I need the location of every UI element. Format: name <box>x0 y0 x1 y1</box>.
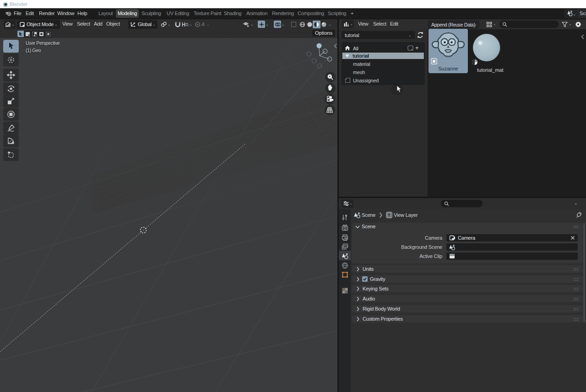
svg-text:Suzanne: Suzanne <box>438 66 458 71</box>
